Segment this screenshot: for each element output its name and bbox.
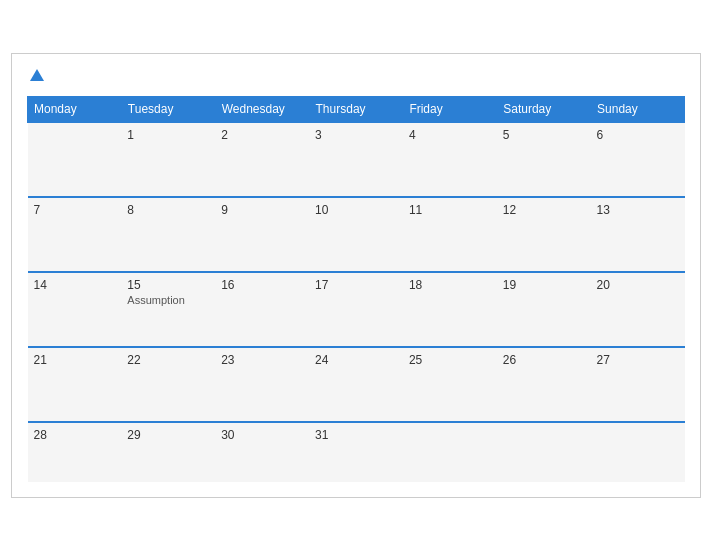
calendar-cell: 29 xyxy=(121,422,215,482)
calendar-cell: 20 xyxy=(591,272,685,347)
calendar-cell: 12 xyxy=(497,197,591,272)
calendar-cell: 19 xyxy=(497,272,591,347)
calendar-cell: 11 xyxy=(403,197,497,272)
calendar-cell: 6 xyxy=(591,122,685,197)
calendar-cell: 18 xyxy=(403,272,497,347)
day-number: 8 xyxy=(127,203,209,217)
day-number: 7 xyxy=(34,203,116,217)
day-number: 10 xyxy=(315,203,397,217)
weekday-header-friday: Friday xyxy=(403,96,497,122)
calendar-cell xyxy=(403,422,497,482)
logo-triangle-icon xyxy=(30,69,44,81)
weekday-header-tuesday: Tuesday xyxy=(121,96,215,122)
weekday-header-thursday: Thursday xyxy=(309,96,403,122)
calendar-cell: 28 xyxy=(28,422,122,482)
week-row-1: 123456 xyxy=(28,122,685,197)
week-row-4: 21222324252627 xyxy=(28,347,685,422)
weekday-header-wednesday: Wednesday xyxy=(215,96,309,122)
day-number: 15 xyxy=(127,278,209,292)
day-number: 25 xyxy=(409,353,491,367)
day-number: 6 xyxy=(597,128,679,142)
calendar-header xyxy=(27,64,685,88)
calendar-cell: 27 xyxy=(591,347,685,422)
week-row-5: 28293031 xyxy=(28,422,685,482)
week-row-2: 78910111213 xyxy=(28,197,685,272)
day-number: 20 xyxy=(597,278,679,292)
day-number: 29 xyxy=(127,428,209,442)
weekday-header-sunday: Sunday xyxy=(591,96,685,122)
calendar-cell: 4 xyxy=(403,122,497,197)
calendar-cell: 25 xyxy=(403,347,497,422)
day-number: 13 xyxy=(597,203,679,217)
calendar-cell: 2 xyxy=(215,122,309,197)
calendar-cell: 13 xyxy=(591,197,685,272)
calendar-cell: 17 xyxy=(309,272,403,347)
day-number: 16 xyxy=(221,278,303,292)
calendar-grid: MondayTuesdayWednesdayThursdayFridaySatu… xyxy=(27,96,685,482)
calendar-cell: 30 xyxy=(215,422,309,482)
day-number: 26 xyxy=(503,353,585,367)
day-number: 30 xyxy=(221,428,303,442)
calendar-cell: 5 xyxy=(497,122,591,197)
day-number: 2 xyxy=(221,128,303,142)
weekday-header-saturday: Saturday xyxy=(497,96,591,122)
day-number: 31 xyxy=(315,428,397,442)
calendar-cell: 7 xyxy=(28,197,122,272)
logo xyxy=(27,69,44,83)
day-number: 3 xyxy=(315,128,397,142)
calendar-cell: 8 xyxy=(121,197,215,272)
day-number: 17 xyxy=(315,278,397,292)
day-number: 18 xyxy=(409,278,491,292)
calendar-cell: 15Assumption xyxy=(121,272,215,347)
day-number: 1 xyxy=(127,128,209,142)
calendar-cell: 22 xyxy=(121,347,215,422)
day-number: 28 xyxy=(34,428,116,442)
calendar-cell: 9 xyxy=(215,197,309,272)
calendar-cell: 3 xyxy=(309,122,403,197)
weekday-header-monday: Monday xyxy=(28,96,122,122)
day-number: 5 xyxy=(503,128,585,142)
calendar-cell: 10 xyxy=(309,197,403,272)
calendar-cell: 26 xyxy=(497,347,591,422)
day-event: Assumption xyxy=(127,294,209,306)
calendar-cell: 21 xyxy=(28,347,122,422)
day-number: 21 xyxy=(34,353,116,367)
day-number: 24 xyxy=(315,353,397,367)
calendar-cell: 14 xyxy=(28,272,122,347)
calendar-cell xyxy=(28,122,122,197)
calendar-cell: 31 xyxy=(309,422,403,482)
calendar-cell: 24 xyxy=(309,347,403,422)
weekday-header-row: MondayTuesdayWednesdayThursdayFridaySatu… xyxy=(28,96,685,122)
day-number: 19 xyxy=(503,278,585,292)
day-number: 22 xyxy=(127,353,209,367)
calendar-cell: 16 xyxy=(215,272,309,347)
calendar-cell: 23 xyxy=(215,347,309,422)
day-number: 27 xyxy=(597,353,679,367)
day-number: 23 xyxy=(221,353,303,367)
day-number: 12 xyxy=(503,203,585,217)
calendar-cell xyxy=(497,422,591,482)
calendar-cell xyxy=(591,422,685,482)
day-number: 4 xyxy=(409,128,491,142)
day-number: 9 xyxy=(221,203,303,217)
calendar-cell: 1 xyxy=(121,122,215,197)
calendar-container: MondayTuesdayWednesdayThursdayFridaySatu… xyxy=(11,53,701,498)
week-row-3: 1415Assumption1617181920 xyxy=(28,272,685,347)
day-number: 11 xyxy=(409,203,491,217)
day-number: 14 xyxy=(34,278,116,292)
